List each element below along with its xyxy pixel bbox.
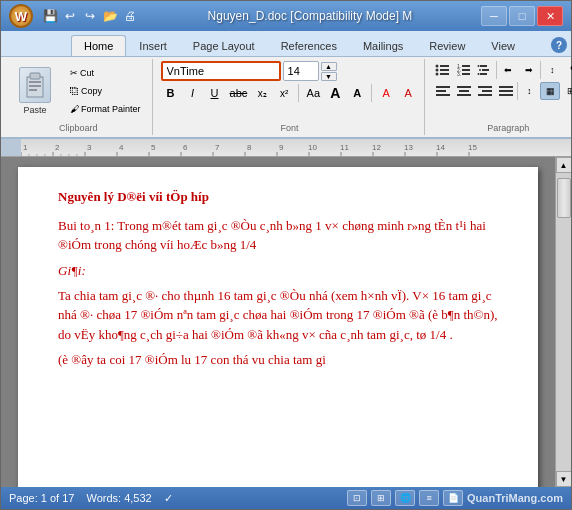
increase-indent-button[interactable]: ➡ (519, 61, 539, 79)
shading-button[interactable]: ▦ (540, 82, 560, 100)
svg-rect-24 (436, 90, 446, 92)
minimize-button[interactable]: ─ (481, 6, 507, 26)
svg-rect-6 (440, 65, 449, 67)
scissors-icon: ✂ (70, 68, 78, 78)
print-view-button[interactable]: ⊡ (347, 490, 367, 506)
tab-review[interactable]: Review (416, 35, 478, 56)
scroll-down-button[interactable]: ▼ (556, 471, 572, 487)
strikethrough-button[interactable]: abc (227, 83, 251, 103)
bold-button[interactable]: B (161, 83, 181, 103)
svg-rect-4 (29, 89, 37, 91)
font-size-input[interactable] (283, 61, 319, 81)
svg-rect-34 (499, 94, 513, 96)
full-screen-button[interactable]: ⊞ (371, 490, 391, 506)
svg-text:4: 4 (119, 143, 124, 152)
tab-mailings[interactable]: Mailings (350, 35, 416, 56)
word-count: Words: 4,532 (86, 492, 151, 504)
subscript-button[interactable]: x₂ (252, 83, 272, 103)
svg-rect-29 (478, 86, 492, 88)
font-shrink-button[interactable]: A (347, 83, 367, 103)
close-button[interactable]: ✕ (537, 6, 563, 26)
svg-rect-1 (30, 73, 40, 79)
tab-insert[interactable]: Insert (126, 35, 180, 56)
web-view-button[interactable]: 🌐 (395, 490, 415, 506)
tab-page-layout[interactable]: Page Layout (180, 35, 268, 56)
sort-button[interactable]: ↕ (542, 61, 562, 79)
multilevel-list-button[interactable] (475, 61, 495, 79)
align-left-button[interactable] (433, 82, 453, 100)
highlight-button[interactable]: A (376, 83, 396, 103)
justify-button[interactable] (496, 82, 516, 100)
svg-rect-3 (29, 85, 41, 87)
para-row2: ↕ ▦ ⊞ (433, 82, 572, 100)
svg-rect-2 (29, 81, 41, 83)
bullets-button[interactable] (433, 61, 453, 79)
clipboard-label: Clipboard (59, 121, 98, 133)
undo-qa-button[interactable]: ↩ (61, 7, 79, 25)
cut-button[interactable]: ✂ Cut (65, 65, 146, 82)
svg-rect-27 (459, 90, 469, 92)
scroll-thumb[interactable] (557, 178, 571, 218)
page-indicator: Page: 1 of 17 (9, 492, 74, 504)
svg-rect-32 (499, 86, 513, 88)
print-qa-button[interactable]: 🖨 (121, 7, 139, 25)
maximize-button[interactable]: □ (509, 6, 535, 26)
svg-text:1: 1 (23, 143, 28, 152)
divider2 (371, 84, 372, 102)
title-bar-left: W 💾 ↩ ↪ 📂 🖨 (9, 4, 139, 28)
document-scroll-area[interactable]: Nguyên lý D®ëi víi tÖp híp Bui to¸n 1: T… (1, 157, 555, 487)
spell-check-icon[interactable]: ✓ (164, 492, 173, 505)
svg-text:6: 6 (183, 143, 188, 152)
vertical-scrollbar[interactable]: ▲ ▼ (555, 157, 571, 487)
superscript-button[interactable]: x² (274, 83, 294, 103)
format-painter-button[interactable]: 🖌 Format Painter (65, 101, 146, 118)
numbering-button[interactable]: 1. 2. 3. (454, 61, 474, 79)
outline-view-button[interactable]: ≡ (419, 490, 439, 506)
quick-access-toolbar: 💾 ↩ ↪ 📂 🖨 (41, 7, 139, 25)
open-qa-button[interactable]: 📂 (101, 7, 119, 25)
ribbon: Paste ✂ Cut ⿻ Copy 🖌 Format Painter (1, 57, 571, 139)
paste-label: Paste (23, 105, 46, 115)
decrease-indent-button[interactable]: ⬅ (498, 61, 518, 79)
save-qa-button[interactable]: 💾 (41, 7, 59, 25)
scroll-up-button[interactable]: ▲ (556, 157, 572, 173)
align-center-button[interactable] (454, 82, 474, 100)
svg-rect-14 (462, 69, 470, 71)
italic-button[interactable]: I (183, 83, 203, 103)
title-bar: W 💾 ↩ ↪ 📂 🖨 Nguyen_D.doc [Compatibility … (1, 1, 571, 31)
line-spacing-button[interactable]: ↕ (519, 82, 539, 100)
svg-rect-33 (499, 90, 513, 92)
draft-view-button[interactable]: 📄 (443, 490, 463, 506)
tab-home[interactable]: Home (71, 35, 126, 56)
office-button[interactable]: W (9, 4, 33, 28)
underline-button[interactable]: U (205, 83, 225, 103)
align-right-button[interactable] (475, 82, 495, 100)
format-painter-icon: 🖌 (70, 104, 79, 114)
redo-qa-button[interactable]: ↪ (81, 7, 99, 25)
svg-text:13: 13 (404, 143, 413, 152)
paragraph-group: 1. 2. 3. (427, 59, 572, 135)
tab-references[interactable]: References (268, 35, 350, 56)
show-hide-button[interactable]: ¶ (563, 61, 572, 79)
font-name-input[interactable] (161, 61, 281, 81)
ruler-left-margin (1, 139, 21, 156)
font-color-button[interactable]: A (398, 83, 418, 103)
svg-text:12: 12 (372, 143, 381, 152)
svg-text:7: 7 (215, 143, 220, 152)
borders-button[interactable]: ⊞ (561, 82, 572, 100)
shrink-font-button[interactable]: ▼ (321, 72, 337, 81)
font-size-controls: ▲ ▼ (321, 62, 337, 81)
help-icon[interactable]: ? (551, 37, 567, 56)
copy-button[interactable]: ⿻ Copy (65, 83, 146, 100)
window-title: Nguyen_D.doc [Compatibility Mode] M (139, 9, 481, 23)
paste-icon (19, 67, 51, 103)
document-para3: (è ®ây ta coi 17 ®iÓm lu 17 con thá vu c… (58, 350, 498, 370)
grow-font-button[interactable]: ▲ (321, 62, 337, 71)
clear-format-button[interactable]: Aa (303, 83, 323, 103)
svg-text:14: 14 (436, 143, 445, 152)
tab-view[interactable]: View (478, 35, 528, 56)
clipboard-content: Paste ✂ Cut ⿻ Copy 🖌 Format Painter (11, 61, 146, 121)
svg-rect-22 (480, 73, 487, 75)
font-grow-button[interactable]: A (325, 83, 345, 103)
paste-button[interactable]: Paste (11, 63, 59, 119)
